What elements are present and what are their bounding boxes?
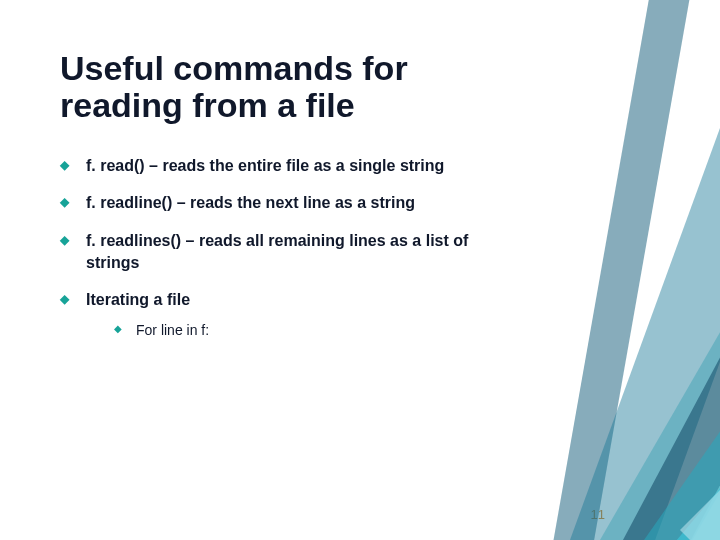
- bullet-list: f. read() – reads the entire file as a s…: [60, 155, 660, 340]
- bullet-text: f. read() – reads the entire file as a s…: [86, 157, 444, 174]
- bullet-text: f. readlines() – reads all remaining lin…: [86, 232, 468, 271]
- bullet-text: Iterating a file: [86, 291, 190, 308]
- sub-bullet-item: For line in f:: [114, 321, 526, 340]
- slide-title: Useful commands for reading from a file: [60, 50, 460, 125]
- bullet-item: f. readlines() – reads all remaining lin…: [60, 230, 526, 273]
- ribbon-shape: [680, 106, 720, 540]
- slide: Useful commands for reading from a file …: [0, 0, 720, 540]
- bullet-item: f. readline() – reads the next line as a…: [60, 192, 526, 214]
- bullet-item: Iterating a file For line in f:: [60, 289, 526, 339]
- page-number: 11: [591, 507, 605, 522]
- sub-bullet-text: For line in f:: [136, 322, 209, 338]
- sub-bullet-list: For line in f:: [114, 321, 526, 340]
- bullet-text: f. readline() – reads the next line as a…: [86, 194, 415, 211]
- ribbon-shape: [660, 100, 720, 540]
- bullet-item: f. read() – reads the entire file as a s…: [60, 155, 526, 177]
